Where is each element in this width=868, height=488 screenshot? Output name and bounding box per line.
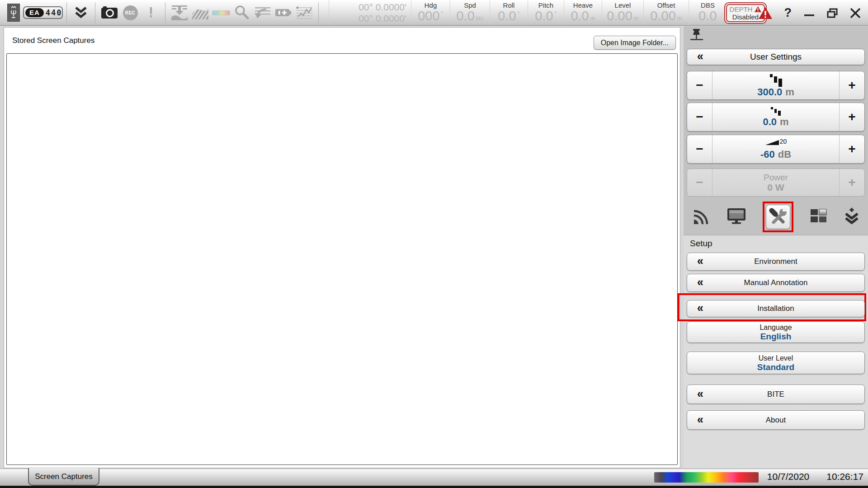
echogram-color-scale[interactable] bbox=[654, 472, 759, 483]
sensor-spd: Spd 0.0kts bbox=[450, 0, 490, 25]
add-view-tab-icon[interactable] bbox=[844, 207, 860, 226]
user-settings-title: User Settings bbox=[750, 52, 802, 62]
gain-value-display[interactable]: 20 -60dB bbox=[712, 135, 839, 163]
close-button[interactable] bbox=[850, 8, 861, 19]
color-scale-icon bbox=[212, 2, 231, 23]
position-readout: 00° 0.0000' 00° 0.0000' bbox=[329, 0, 411, 25]
depth-badge-status: Disabled bbox=[732, 14, 759, 20]
sensor-dbs: DBS 0.0 bbox=[689, 0, 726, 25]
sensor-hdg: Hdg 000° bbox=[411, 0, 450, 25]
setup-tools-tab-icon[interactable] bbox=[766, 205, 790, 229]
brand-model-label: 440 bbox=[46, 8, 62, 17]
bottom-detection-icon bbox=[170, 2, 189, 23]
sonar-operation-tab-icon[interactable] bbox=[692, 207, 711, 226]
right-sidebar: « User Settings − 300.0m + − 0.0m + − 2 bbox=[684, 26, 868, 468]
alarm-icon: ! bbox=[142, 2, 160, 23]
screen-captures-panel: Stored Screen Captures Open Image Folder… bbox=[4, 27, 680, 468]
sensor-level: Level 0.00m bbox=[602, 0, 643, 25]
pin-panel-icon[interactable] bbox=[689, 28, 704, 44]
sidebar-tab-icons bbox=[684, 201, 868, 233]
ea440-brand-badge: EA 440 bbox=[23, 6, 63, 19]
history-graph-icon bbox=[295, 2, 314, 23]
collapse-chevron-icon: « bbox=[697, 387, 703, 400]
top-toolbar: EA 440 REC ! bbox=[0, 0, 868, 26]
gain-decrease-button[interactable]: − bbox=[687, 135, 712, 163]
alarm-warning-icon[interactable] bbox=[759, 7, 772, 19]
gain-wedge-icon: 20 bbox=[765, 138, 787, 149]
range-decrease-button[interactable]: − bbox=[687, 71, 712, 99]
power-value-display: Power 0 W bbox=[712, 169, 839, 196]
minimize-button[interactable] bbox=[804, 9, 815, 18]
about-button[interactable]: « About bbox=[687, 410, 865, 430]
toolbar-separator bbox=[66, 2, 67, 23]
help-button[interactable]: ? bbox=[784, 6, 792, 20]
zoom-icon bbox=[232, 2, 251, 23]
date-label: 10/7/2020 bbox=[767, 471, 809, 482]
toolbar-separator bbox=[95, 2, 95, 23]
brand-ea-label: EA bbox=[25, 8, 44, 17]
position-line2: 00° 0.0000' bbox=[359, 13, 406, 24]
range-spinner: − 300.0m + bbox=[687, 71, 865, 100]
power-spinner: − Power 0 W + bbox=[687, 169, 865, 197]
collapse-chevron-icon: « bbox=[697, 413, 703, 426]
position-line1: 00° 0.0000' bbox=[359, 1, 406, 13]
range-increase-button[interactable]: + bbox=[839, 71, 864, 99]
seabed-hardness-icon bbox=[191, 2, 210, 23]
environment-button[interactable]: « Environment bbox=[687, 253, 865, 271]
display-settings-tab-icon[interactable] bbox=[726, 207, 746, 226]
start-range-icon bbox=[771, 107, 781, 117]
screen-captures-tab[interactable]: Screen Captures bbox=[28, 468, 99, 486]
sensor-readouts: 00° 0.0000' 00° 0.0000' Hdg 000° Spd 0.0… bbox=[329, 0, 726, 25]
start-range-increase-button[interactable]: + bbox=[839, 103, 864, 131]
manual-annotation-button[interactable]: « Manual Annotation bbox=[687, 274, 865, 292]
kongsberg-logo bbox=[7, 4, 20, 22]
sensor-roll: Roll 0.0° bbox=[490, 0, 528, 25]
bite-button[interactable]: « BITE bbox=[687, 385, 865, 404]
gain-increase-button[interactable]: + bbox=[839, 135, 864, 163]
toolbar-separator bbox=[318, 2, 319, 23]
collapse-chevron-icon: « bbox=[697, 276, 703, 289]
sensor-heave: Heave 0.0m bbox=[564, 0, 602, 25]
start-range-spinner: − 0.0m + bbox=[687, 103, 865, 131]
start-range-value-display[interactable]: 0.0m bbox=[712, 103, 839, 131]
stored-captures-area[interactable] bbox=[6, 53, 678, 465]
collapse-chevron-icon: « bbox=[697, 254, 703, 267]
collapse-chevron-icon: « bbox=[697, 50, 703, 63]
collapse-toolbar-icon[interactable] bbox=[71, 2, 90, 23]
bottom-edge-strip bbox=[0, 486, 868, 488]
language-button[interactable]: Language English bbox=[687, 321, 865, 343]
gain-spinner: − 20 -60dB + bbox=[687, 135, 865, 164]
power-decrease-button: − bbox=[687, 169, 712, 196]
range-value-display[interactable]: 300.0m bbox=[712, 71, 839, 99]
installation-button[interactable]: « Installation bbox=[687, 300, 865, 317]
add-marker-icon bbox=[274, 2, 293, 23]
sensor-pitch: Pitch 0.0° bbox=[528, 0, 564, 25]
window-controls: ? bbox=[759, 0, 861, 26]
panel-title: Stored Screen Captures bbox=[12, 36, 94, 45]
sensor-offset: Offset 0.00m bbox=[643, 0, 689, 25]
setup-section: Setup « Environment « Manual Annotation … bbox=[684, 235, 868, 468]
window-layout-tab-icon[interactable] bbox=[810, 208, 828, 226]
collapse-chevron-icon: « bbox=[697, 301, 703, 314]
user-level-button[interactable]: User Level Standard bbox=[687, 352, 865, 374]
rec-label: REC bbox=[125, 10, 136, 15]
setup-tab-highlight bbox=[763, 202, 793, 232]
restore-button[interactable] bbox=[827, 8, 838, 18]
range-icon bbox=[770, 73, 782, 87]
time-label: 10:26:17 bbox=[826, 471, 863, 482]
screen-capture-camera-icon[interactable] bbox=[100, 2, 119, 23]
record-icon: REC bbox=[121, 2, 140, 23]
open-image-folder-button[interactable]: Open Image Folder... bbox=[594, 36, 676, 50]
start-range-decrease-button[interactable]: − bbox=[687, 103, 712, 131]
datetime-display: 10/7/2020 10:26:17 bbox=[767, 471, 863, 482]
power-increase-button: + bbox=[839, 169, 864, 196]
depth-badge-title: DEPTH bbox=[730, 6, 753, 13]
setup-section-title: Setup bbox=[690, 239, 712, 249]
undo-annotation-icon bbox=[253, 2, 272, 23]
toolbar-separator bbox=[165, 2, 165, 23]
user-settings-header[interactable]: « User Settings bbox=[687, 49, 865, 65]
